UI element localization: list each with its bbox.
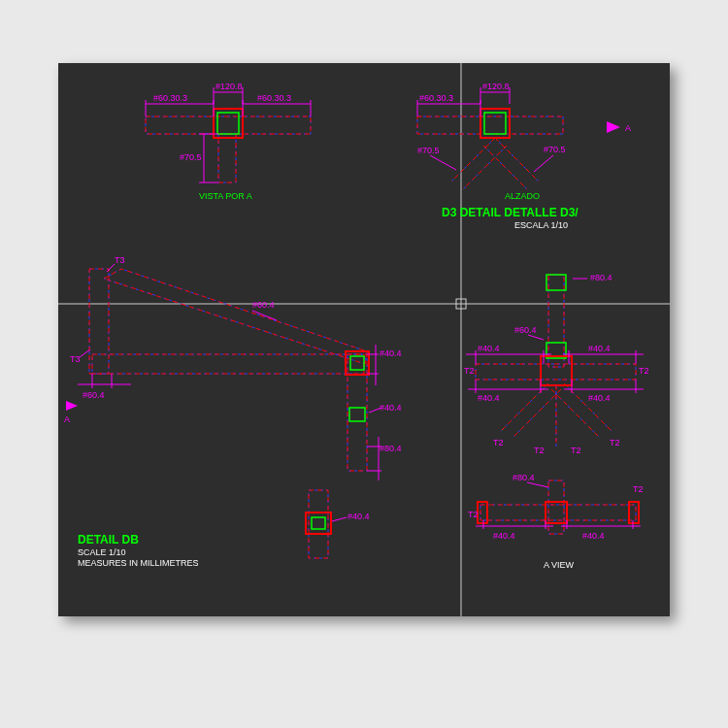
dim-label: #40.4 bbox=[493, 531, 515, 541]
tag-label: T2 bbox=[534, 446, 545, 455]
svg-line-31 bbox=[495, 138, 539, 182]
svg-line-69 bbox=[80, 349, 90, 357]
units-note: MEASURES IN MILLIMETRES bbox=[78, 558, 199, 568]
dim-label: #60.30.3 bbox=[257, 93, 291, 103]
dim-label: #80.4 bbox=[590, 273, 612, 282]
svg-line-40 bbox=[534, 155, 553, 172]
dim-label: #120.8 bbox=[482, 82, 510, 91]
detail-vista-por-a: #60.30.3 #120.8 #60.30.3 #70.5 VISTA POR… bbox=[146, 82, 311, 201]
scale-label: ESCALA 1/10 bbox=[514, 220, 568, 230]
svg-rect-74 bbox=[476, 364, 636, 380]
svg-rect-76 bbox=[541, 356, 572, 385]
dim-label: #70.5 bbox=[417, 146, 440, 155]
dim-label: #40.4 bbox=[347, 512, 370, 521]
marker-label: A bbox=[64, 414, 70, 424]
svg-rect-3 bbox=[146, 116, 311, 134]
svg-rect-71 bbox=[548, 275, 564, 367]
svg-rect-75 bbox=[476, 364, 636, 380]
tag-label: T2 bbox=[468, 510, 479, 519]
svg-rect-21 bbox=[417, 116, 563, 134]
svg-marker-44 bbox=[104, 269, 367, 364]
dim-label: #120.8 bbox=[215, 82, 243, 91]
svg-rect-101 bbox=[480, 505, 636, 520]
svg-rect-50 bbox=[350, 356, 364, 370]
svg-rect-72 bbox=[546, 275, 566, 290]
svg-rect-55 bbox=[312, 517, 325, 529]
svg-line-68 bbox=[107, 264, 115, 272]
svg-rect-4 bbox=[146, 116, 311, 134]
dim-label: #40.4 bbox=[478, 344, 500, 353]
dim-label: #40.4 bbox=[582, 531, 605, 541]
view-title: VISTA POR A bbox=[199, 191, 252, 201]
svg-line-29 bbox=[451, 138, 495, 182]
svg-rect-24 bbox=[484, 113, 506, 134]
svg-rect-102 bbox=[480, 505, 636, 520]
tag-label: T3 bbox=[70, 354, 81, 364]
dim-label: #60.30.3 bbox=[419, 93, 453, 103]
svg-line-67 bbox=[332, 517, 347, 521]
tag-label: T2 bbox=[571, 446, 581, 455]
tag-label: T3 bbox=[115, 255, 125, 265]
svg-rect-8 bbox=[217, 113, 239, 134]
svg-rect-70 bbox=[548, 275, 564, 367]
tag-label: T2 bbox=[639, 366, 649, 376]
svg-line-59 bbox=[252, 311, 277, 320]
dim-label: #80.4 bbox=[513, 473, 535, 482]
svg-rect-6 bbox=[218, 134, 236, 182]
dim-label: #40.4 bbox=[380, 403, 402, 413]
view-subtitle: ALZADO bbox=[505, 191, 540, 201]
svg-line-32 bbox=[483, 146, 527, 189]
dim-label: #40.4 bbox=[588, 344, 611, 353]
dim-label: #60.4 bbox=[514, 325, 537, 335]
tag-label: T2 bbox=[610, 438, 620, 447]
svg-rect-51 bbox=[349, 408, 365, 421]
dim-label: #80.4 bbox=[380, 444, 402, 453]
svg-line-108 bbox=[527, 482, 548, 487]
crosshair-cursor bbox=[58, 63, 670, 616]
detail-db: #60.4 #60.4 #40.4 #40.4 #80.4 #40.4 T3 T… bbox=[64, 255, 402, 568]
marker-label: A bbox=[625, 123, 631, 133]
svg-line-39 bbox=[430, 155, 456, 170]
dim-label: #40.4 bbox=[588, 393, 611, 403]
tag-label: T2 bbox=[633, 484, 644, 494]
cad-canvas[interactable]: #60.30.3 #120.8 #60.30.3 #70.5 VISTA POR… bbox=[58, 63, 670, 616]
detail-title: D3 DETAIL DETALLE D3/ bbox=[442, 206, 579, 219]
svg-rect-22 bbox=[417, 116, 563, 134]
dim-label: #60.30.3 bbox=[153, 93, 187, 103]
svg-line-30 bbox=[463, 146, 507, 189]
view-label: A VIEW bbox=[544, 560, 575, 570]
dim-label: #70.5 bbox=[544, 145, 566, 154]
scale-label: SCALE 1/10 bbox=[78, 547, 126, 557]
svg-line-88 bbox=[528, 335, 544, 340]
dim-label: #60.4 bbox=[252, 300, 275, 310]
svg-rect-54 bbox=[306, 513, 331, 534]
detail-d3: #60.30.3 #120.8 #70.5 #70.5 A ALZADO D3 … bbox=[417, 82, 631, 230]
detail-a-view: #80.4 #60.4 #40.4 #40.4 #40.4 #40.4 T2 T… bbox=[464, 273, 649, 570]
svg-marker-43 bbox=[104, 269, 367, 364]
dim-label: #60.4 bbox=[83, 390, 105, 400]
tag-label: T2 bbox=[464, 366, 475, 376]
svg-rect-5 bbox=[218, 134, 236, 182]
dim-label: #40.4 bbox=[478, 393, 500, 403]
detail-title: DETAIL DB bbox=[78, 533, 139, 546]
dim-label: #40.4 bbox=[380, 348, 402, 358]
svg-rect-41 bbox=[92, 354, 364, 374]
dim-label: #70.5 bbox=[180, 152, 202, 162]
svg-rect-42 bbox=[92, 354, 364, 374]
tag-label: T2 bbox=[493, 438, 504, 447]
